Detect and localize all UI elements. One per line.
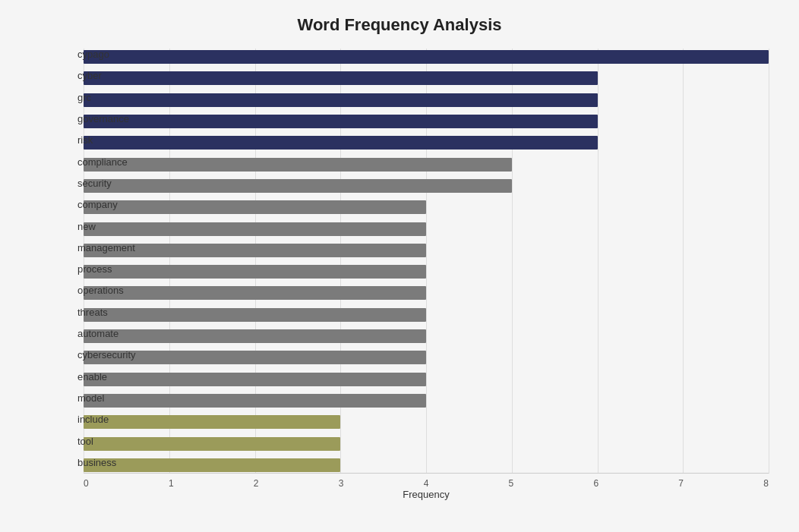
bar [84,394,426,408]
bar-row: operations [84,285,769,301]
bar-row: risk [84,134,769,151]
bar-row: process [84,263,769,280]
bar [84,71,598,85]
bar-row: business [84,457,769,474]
bar [84,458,340,472]
x-tick: 4 [424,478,429,489]
chart-title: Word Frequency Analysis [30,15,769,35]
chart-container: Word Frequency Analysis cypagocybergrcgo… [0,0,799,532]
bar-row: security [84,178,769,194]
bar-row: compliance [84,156,769,173]
bar [84,136,598,150]
bar [84,115,598,128]
x-tick: 1 [169,478,174,489]
x-tick: 0 [84,478,89,489]
x-tick: 2 [254,478,259,489]
x-tick: 7 [678,478,684,489]
bar [84,415,340,429]
bar [84,437,340,451]
bar-row: include [84,414,769,430]
bar [84,50,769,64]
bar-row: cypago [84,49,769,65]
bar [84,222,426,236]
bar-row: cyber [84,70,769,87]
bar [84,308,426,322]
bars-wrapper: cypagocybergrcgovernanceriskcompliancese… [84,49,769,474]
bar-row: enable [84,371,769,388]
x-axis [84,473,769,474]
bar-row: management [84,242,769,259]
bar [84,93,598,107]
x-tick: 5 [509,478,514,489]
bar [84,200,426,214]
bar [84,286,426,300]
bar [84,265,426,279]
bar-row: grc [84,92,769,109]
x-ticks: 012345678 [84,478,769,489]
bar-row: automate [84,328,769,345]
bar-row: threats [84,307,769,323]
x-tick: 8 [763,478,769,489]
bar-row: company [84,199,769,216]
x-tick: 3 [339,478,344,489]
bar [84,158,512,172]
x-axis-label: Frequency [403,489,449,500]
bar [84,179,512,193]
bar-row: new [84,221,769,238]
bar-row: governance [84,113,769,130]
bar [84,329,426,343]
x-tick: 6 [593,478,598,489]
chart-area: cypagocybergrcgovernanceriskcompliancese… [84,49,769,496]
bar [84,373,426,386]
bar-row: model [84,392,769,409]
bar-row: tool [84,436,769,452]
bar-row: cybersecurity [84,349,769,366]
